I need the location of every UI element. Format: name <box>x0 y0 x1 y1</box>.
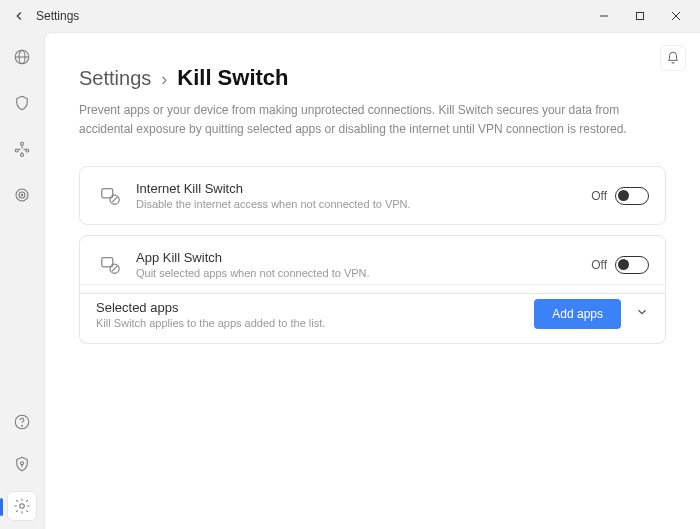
chevron-right-icon: › <box>161 69 167 90</box>
sidebar-item-nodes[interactable] <box>7 134 37 164</box>
svg-point-8 <box>15 149 18 152</box>
main-panel: Settings › Kill Switch Prevent apps or y… <box>44 32 700 529</box>
window-title: Settings <box>36 9 79 23</box>
minimize-button[interactable] <box>586 3 622 29</box>
selected-apps-title: Selected apps <box>96 300 534 315</box>
title-bar: Settings <box>0 0 700 32</box>
notifications-button[interactable] <box>660 45 686 71</box>
internet-kill-switch-title: Internet Kill Switch <box>136 181 591 196</box>
svg-point-15 <box>22 425 23 426</box>
internet-kill-switch-subtitle: Disable the internet access when not con… <box>136 198 591 210</box>
selected-apps-subtitle: Kill Switch applies to the apps added to… <box>96 317 534 329</box>
page-description: Prevent apps or your device from making … <box>79 101 639 138</box>
app-kill-switch-icon <box>96 251 124 279</box>
sidebar-item-target[interactable] <box>7 180 37 210</box>
sidebar-item-help[interactable] <box>7 407 37 437</box>
window-controls <box>586 3 694 29</box>
app-kill-switch-title: App Kill Switch <box>136 250 591 265</box>
selected-apps-row: Selected apps Kill Switch applies to the… <box>79 284 666 344</box>
svg-point-17 <box>20 504 25 509</box>
svg-point-10 <box>21 154 24 157</box>
app-kill-switch-subtitle: Quit selected apps when not connected to… <box>136 267 591 279</box>
back-button[interactable] <box>6 3 32 29</box>
svg-rect-1 <box>637 13 644 20</box>
page-title: Kill Switch <box>177 65 288 91</box>
internet-kill-switch-toggle[interactable] <box>615 187 649 205</box>
expand-selected-apps[interactable] <box>635 305 649 323</box>
internet-kill-switch-state: Off <box>591 189 607 203</box>
internet-kill-switch-row: Internet Kill Switch Disable the interne… <box>79 166 666 225</box>
sidebar <box>0 32 44 529</box>
svg-point-9 <box>26 149 29 152</box>
svg-point-16 <box>21 462 24 465</box>
sidebar-item-security[interactable] <box>7 449 37 479</box>
svg-point-13 <box>21 194 23 196</box>
close-button[interactable] <box>658 3 694 29</box>
app-kill-switch-toggle[interactable] <box>615 256 649 274</box>
svg-point-11 <box>16 189 28 201</box>
sidebar-item-globe[interactable] <box>7 42 37 72</box>
internet-kill-switch-icon <box>96 182 124 210</box>
breadcrumb: Settings › Kill Switch <box>79 65 666 91</box>
app-kill-switch-state: Off <box>591 258 607 272</box>
sidebar-item-settings[interactable] <box>7 491 37 521</box>
breadcrumb-root[interactable]: Settings <box>79 67 151 90</box>
add-apps-button[interactable]: Add apps <box>534 299 621 329</box>
svg-point-7 <box>21 142 24 145</box>
maximize-button[interactable] <box>622 3 658 29</box>
sidebar-item-shield[interactable] <box>7 88 37 118</box>
svg-point-12 <box>19 192 25 198</box>
